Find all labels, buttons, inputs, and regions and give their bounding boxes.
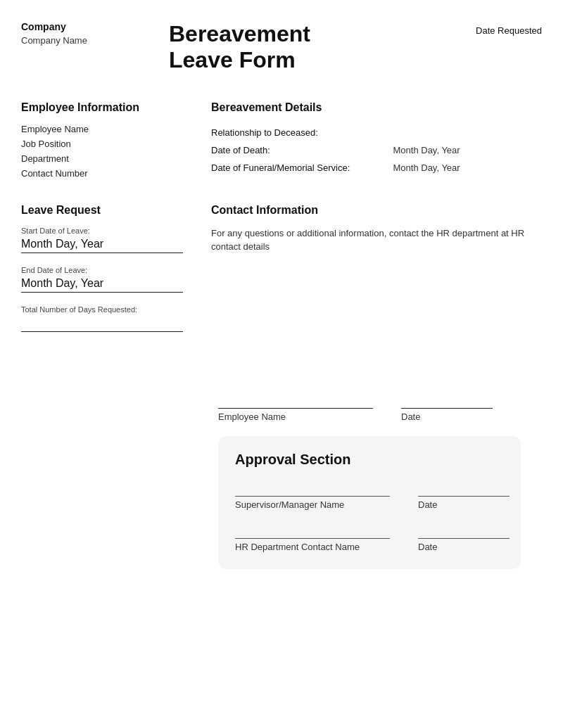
approval-title: Approval Section <box>235 452 504 468</box>
approval-section: Approval Section Supervisor/Manager Name… <box>218 436 521 569</box>
contact-number-field: Contact Number <box>21 168 190 179</box>
contact-info-title: Contact Information <box>211 204 542 217</box>
hr-approval-row: HR Department Contact Name Date <box>235 538 504 552</box>
contact-info-body: For any questions or additional informat… <box>211 226 542 254</box>
employee-information: Employee Information Employee Name Job P… <box>21 101 190 183</box>
total-days-field: Total Number of Days Requested: <box>21 305 190 332</box>
hr-date-label: Date <box>418 538 510 552</box>
supervisor-name-field: Supervisor/Manager Name <box>235 496 390 510</box>
section-leave-contact: Leave Request Start Date of Leave: Month… <box>21 204 542 366</box>
section-employee-bereavement: Employee Information Employee Name Job P… <box>21 101 542 183</box>
end-date-value: Month Day, Year <box>21 277 183 293</box>
header: Company Company Name Bereavement Leave F… <box>21 21 542 73</box>
bereavement-table: Relationship to Deceased: Date of Death:… <box>211 124 542 177</box>
date-requested-label: Date Requested <box>429 21 542 36</box>
employee-sig-label: Employee Name <box>218 408 373 422</box>
supervisor-date-label: Date <box>418 496 510 510</box>
relationship-label: Relationship to Deceased: <box>211 124 393 141</box>
supervisor-date-field: Date <box>418 496 510 510</box>
form-title-area: Bereavement Leave Form <box>148 21 429 73</box>
table-row: Date of Death: Month Day, Year <box>211 141 542 159</box>
hr-date-field: Date <box>418 538 510 552</box>
total-days-label: Total Number of Days Requested: <box>21 305 190 314</box>
employee-info-title: Employee Information <box>21 101 190 114</box>
employee-signature-field: Employee Name <box>218 408 373 422</box>
signature-row: Employee Name Date <box>218 408 521 422</box>
funeral-date-value: Month Day, Year <box>393 159 543 177</box>
leave-request: Leave Request Start Date of Leave: Month… <box>21 204 190 345</box>
supervisor-label: Supervisor/Manager Name <box>235 496 390 510</box>
start-date-field: Start Date of Leave: Month Day, Year <box>21 226 190 253</box>
death-date-value: Month Day, Year <box>393 141 543 159</box>
leave-request-title: Leave Request <box>21 204 190 217</box>
company-info: Company Company Name <box>21 21 148 46</box>
company-label: Company <box>21 21 148 32</box>
supervisor-approval-row: Supervisor/Manager Name Date <box>235 496 504 510</box>
hr-name-field: HR Department Contact Name <box>235 538 390 552</box>
contact-information: Contact Information For any questions or… <box>211 204 542 366</box>
table-row: Date of Funeral/Memorial Service: Month … <box>211 159 542 177</box>
hr-label: HR Department Contact Name <box>235 538 390 552</box>
relationship-value <box>393 124 543 141</box>
employee-info-list: Employee Name Job Position Department Co… <box>21 124 190 179</box>
funeral-date-label: Date of Funeral/Memorial Service: <box>211 159 393 177</box>
employee-name-field: Employee Name <box>21 124 190 134</box>
bereavement-details-title: Bereavement Details <box>211 101 542 114</box>
start-date-label: Start Date of Leave: <box>21 226 190 235</box>
form-title: Bereavement Leave Form <box>148 21 429 73</box>
signature-date-field: Date <box>401 408 493 422</box>
death-date-label: Date of Death: <box>211 141 393 159</box>
total-days-value <box>21 317 183 332</box>
signature-date-label: Date <box>401 408 493 422</box>
job-position-field: Job Position <box>21 139 190 149</box>
department-field: Department <box>21 153 190 164</box>
end-date-field: End Date of Leave: Month Day, Year <box>21 266 190 293</box>
company-name: Company Name <box>21 35 148 46</box>
start-date-value: Month Day, Year <box>21 238 183 253</box>
table-row: Relationship to Deceased: <box>211 124 542 141</box>
signature-area: Employee Name Date <box>21 408 542 422</box>
end-date-label: End Date of Leave: <box>21 266 190 274</box>
bereavement-details: Bereavement Details Relationship to Dece… <box>211 101 542 183</box>
